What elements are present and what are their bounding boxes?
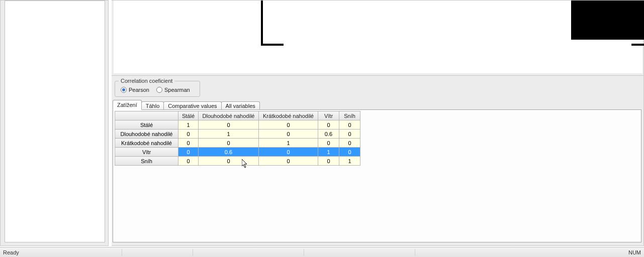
- correlation-table[interactable]: Stálé Dlouhodobé nahodilé Krátkodobé nah…: [115, 111, 360, 166]
- cell[interactable]: 0: [259, 157, 318, 166]
- cell[interactable]: 0: [178, 148, 199, 157]
- radio-spearman[interactable]: Spearman: [156, 87, 190, 93]
- left-panel: [0, 0, 109, 246]
- status-num: NUM: [628, 249, 641, 255]
- cell[interactable]: 0: [178, 139, 199, 148]
- status-seg: [193, 249, 304, 256]
- cell[interactable]: 0.6: [318, 130, 339, 139]
- chart-panel: 0.75 1.00: [112, 0, 644, 75]
- heatmap-cell: [571, 1, 644, 40]
- cell[interactable]: 0: [259, 148, 318, 157]
- col-header[interactable]: Vítr: [318, 111, 339, 120]
- status-seg: [122, 249, 193, 256]
- radio-pearson[interactable]: Pearson: [121, 87, 149, 93]
- cell[interactable]: 0: [178, 130, 199, 139]
- table-row[interactable]: Vítr 0 0.6 0 1 0: [115, 148, 360, 157]
- radio-pearson-label: Pearson: [129, 87, 149, 93]
- cell[interactable]: 1: [318, 148, 339, 157]
- cell[interactable]: 0: [318, 120, 339, 130]
- cell[interactable]: 0: [259, 130, 318, 139]
- status-seg: [415, 249, 526, 256]
- table-corner: [115, 111, 178, 120]
- tabs: Zatížení Táhlo Comparative values All va…: [113, 100, 259, 110]
- radio-dot-icon: [156, 87, 162, 93]
- cell[interactable]: 1: [199, 130, 259, 139]
- cell[interactable]: 0: [318, 139, 339, 148]
- status-ready: Ready: [3, 249, 19, 255]
- cell[interactable]: 0: [199, 139, 259, 148]
- cell[interactable]: 0: [318, 157, 339, 166]
- table-header-row: Stálé Dlouhodobé nahodilé Krátkodobé nah…: [115, 111, 360, 120]
- cell[interactable]: 0: [339, 139, 360, 148]
- cell[interactable]: 0: [339, 148, 360, 157]
- chart-canvas: 0.75 1.00: [114, 1, 642, 73]
- table-row[interactable]: Krátkodobé nahodilé 0 0 1 0 0: [115, 139, 360, 148]
- table-row[interactable]: Stálé 1 0 0 0 0: [115, 120, 360, 130]
- row-header[interactable]: Vítr: [115, 148, 178, 157]
- col-header[interactable]: Stálé: [178, 111, 199, 120]
- correlation-groupbox-title: Correlation coeficient: [119, 78, 174, 84]
- status-bar: Ready NUM: [0, 247, 644, 257]
- cell[interactable]: 0: [259, 120, 318, 130]
- radio-spearman-label: Spearman: [164, 87, 190, 93]
- row-header[interactable]: Krátkodobé nahodilé: [115, 139, 178, 148]
- radio-dot-icon: [121, 87, 127, 93]
- status-seg: [304, 249, 415, 256]
- tab-content: Stálé Dlouhodobé nahodilé Krátkodobé nah…: [113, 109, 641, 242]
- table-row[interactable]: Sníh 0 0 0 0 1: [115, 157, 360, 166]
- correlation-groupbox: Correlation coeficient Pearson Spearman: [115, 78, 200, 97]
- left-panel-content: [5, 1, 105, 242]
- cell[interactable]: 0: [339, 120, 360, 130]
- lower-panel: Correlation coeficient Pearson Spearman …: [112, 75, 644, 246]
- col-header[interactable]: Dlouhodobé nahodilé: [199, 111, 259, 120]
- col-header[interactable]: Sníh: [339, 111, 360, 120]
- cell[interactable]: 0: [178, 157, 199, 166]
- status-middle: [19, 249, 628, 256]
- cell[interactable]: 1: [339, 157, 360, 166]
- chart-frame-left: [261, 1, 284, 46]
- cell[interactable]: 0: [339, 130, 360, 139]
- cell[interactable]: 0.6: [199, 148, 259, 157]
- tab-zatizeni[interactable]: Zatížení: [113, 100, 142, 110]
- row-header[interactable]: Dlouhodobé nahodilé: [115, 130, 178, 139]
- cell[interactable]: 1: [259, 139, 318, 148]
- cell[interactable]: 0: [199, 120, 259, 130]
- cell[interactable]: 1: [178, 120, 199, 130]
- table-row[interactable]: Dlouhodobé nahodilé 0 1 0 0.6 0: [115, 130, 360, 139]
- col-header[interactable]: Krátkodobé nahodilé: [259, 111, 318, 120]
- cell[interactable]: 0: [199, 157, 259, 166]
- row-header[interactable]: Sníh: [115, 157, 178, 166]
- row-header[interactable]: Stálé: [115, 120, 178, 130]
